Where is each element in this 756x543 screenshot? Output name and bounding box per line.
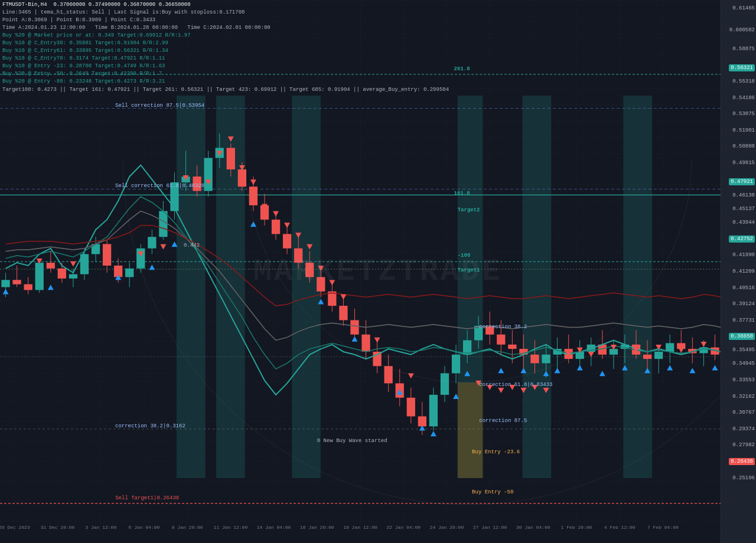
price-0498: 0.49815 bbox=[732, 160, 755, 166]
time-13: 1 Feb 20:00 bbox=[561, 525, 592, 530]
price-0615: 0.61465 bbox=[732, 5, 755, 11]
price-0530: 0.53075 bbox=[732, 111, 755, 117]
price-0464: 0.46138 bbox=[732, 192, 755, 198]
price-0252: 0.25196 bbox=[732, 475, 755, 481]
price-scale: 0.61465 0.600582 0.58875 0.56321 0.55318… bbox=[721, 0, 756, 543]
time-1: 31 Dec 20:00 bbox=[41, 525, 75, 530]
time-8: 19 Jan 12:00 bbox=[343, 525, 377, 530]
time-14: 4 Feb 12:00 bbox=[604, 525, 636, 530]
price-0439: 0.43944 bbox=[732, 220, 755, 225]
price-0378: 0.37731 bbox=[732, 318, 755, 323]
price-0565-hl: 0.56321 bbox=[729, 64, 755, 71]
price-0355: 0.35495 bbox=[732, 347, 755, 353]
time-3: 6 Jan 04:00 bbox=[129, 525, 160, 530]
price-0297: 0.29374 bbox=[732, 426, 755, 432]
chart-container: FTMUSDT-Bin,H4 0.37060000 0.37490000 0.3… bbox=[0, 0, 756, 543]
time-5: 11 Jan 12:00 bbox=[214, 525, 248, 530]
price-0412: 0.41209 bbox=[732, 269, 755, 274]
price-0282: 0.27982 bbox=[732, 442, 755, 448]
time-15: 7 Feb 04:00 bbox=[647, 525, 679, 530]
price-0346: 0.34945 bbox=[732, 361, 755, 367]
price-0553: 0.55318 bbox=[732, 78, 755, 84]
price-current: 0.36650 bbox=[729, 333, 755, 340]
price-0391: 0.39124 bbox=[732, 301, 755, 307]
price-chart bbox=[0, 0, 756, 543]
price-0336: 0.33553 bbox=[732, 377, 755, 383]
time-axis: 29 Dec 2023 31 Dec 20:00 3 Jan 12:00 6 J… bbox=[0, 519, 721, 531]
time-10: 24 Jan 20:00 bbox=[430, 525, 464, 530]
price-0479-hl: 0.47921 bbox=[729, 178, 755, 185]
time-4: 8 Jan 20:00 bbox=[172, 525, 203, 530]
price-0588: 0.58875 bbox=[732, 46, 755, 52]
price-0420: 0.41990 bbox=[732, 252, 755, 258]
time-11: 27 Jan 12:00 bbox=[473, 525, 507, 530]
time-9: 22 Jan 04:00 bbox=[386, 525, 421, 530]
price-0402: 0.40516 bbox=[732, 285, 755, 291]
time-7: 16 Jan 20:00 bbox=[300, 525, 334, 530]
time-0: 29 Dec 2023 bbox=[0, 525, 30, 530]
price-0451: 0.45137 bbox=[732, 206, 755, 212]
price-0519: 0.51901 bbox=[732, 127, 755, 133]
time-12: 30 Jan 04:00 bbox=[516, 525, 550, 530]
price-0264-hl: 0.26438 bbox=[729, 458, 755, 465]
price-0427-hl: 0.42752 bbox=[729, 235, 755, 243]
price-0508: 0.50808 bbox=[732, 143, 755, 149]
price-0323: 0.32162 bbox=[732, 394, 755, 400]
price-0308: 0.30767 bbox=[732, 410, 755, 416]
price-0600: 0.600582 bbox=[729, 27, 755, 33]
time-6: 14 Jan 04:00 bbox=[257, 525, 291, 530]
time-2: 3 Jan 12:00 bbox=[85, 525, 116, 530]
price-0542: 0.54186 bbox=[732, 95, 755, 101]
